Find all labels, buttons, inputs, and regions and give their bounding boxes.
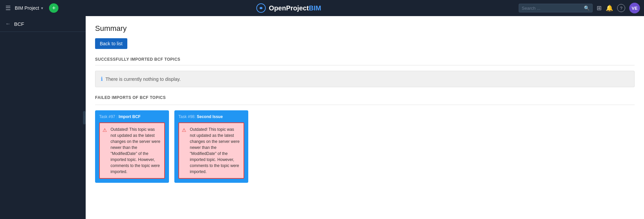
card-task-prefix: Task #97 — [99, 114, 115, 119]
cards-row: Task #97 : Import BCF ⚠ Outdated! This t… — [95, 110, 635, 183]
search-box[interactable]: 🔍 — [519, 4, 593, 12]
bell-icon[interactable]: 🔔 — [606, 4, 613, 12]
grid-icon[interactable]: ⊞ — [597, 4, 602, 12]
back-to-list-button[interactable]: Back to list — [95, 38, 127, 49]
bcf-card: Task #97 : Import BCF ⚠ Outdated! This t… — [95, 110, 169, 183]
logo-text: OpenProjectBIM — [269, 4, 321, 12]
empty-notice-text: There is currently nothing to display. — [105, 76, 181, 82]
sidebar-header: ← BCF — [0, 16, 86, 32]
logo-icon — [256, 3, 266, 13]
search-input[interactable] — [522, 6, 584, 11]
sidebar-resize-handle[interactable]: ⋮ — [83, 111, 86, 124]
project-chevron-icon: ▼ — [40, 6, 44, 10]
card-header: Task #97 : Import BCF — [99, 114, 165, 119]
card-separator: : — [195, 114, 197, 119]
card-header: Task #98: Second Issue — [178, 114, 244, 119]
navbar-center: OpenProjectBIM — [58, 3, 519, 13]
error-icon: ⚠ — [182, 126, 186, 134]
hamburger-icon[interactable]: ☰ — [4, 3, 12, 13]
card-task-title[interactable]: Second Issue — [197, 114, 223, 119]
sidebar-title: BCF — [14, 21, 24, 27]
failed-section-label: FAILED IMPORTS OF BCF TOPICS — [95, 95, 635, 100]
project-selector[interactable]: BIM Project ▼ — [15, 5, 44, 11]
failed-divider — [95, 105, 635, 105]
card-task-prefix: Task #98 — [178, 114, 195, 119]
card-error-box: ⚠ Outdated! This topic was not updated a… — [178, 122, 244, 179]
success-divider — [95, 65, 635, 65]
resize-dots-icon: ⋮ — [83, 116, 86, 119]
logo: OpenProjectBIM — [256, 3, 321, 13]
error-icon: ⚠ — [102, 126, 107, 134]
info-icon: ℹ — [101, 76, 103, 82]
navbar-left: ☰ BIM Project ▼ + — [4, 3, 58, 13]
success-section-label: SUCCESSFULLY IMPORTED BCF TOPICS — [95, 57, 635, 62]
project-name: BIM Project — [15, 5, 39, 11]
sidebar-back-icon[interactable]: ← — [5, 21, 11, 27]
logo-open: OpenProject — [269, 4, 309, 12]
card-task-title[interactable]: Import BCF — [119, 114, 140, 119]
navbar: ☰ BIM Project ▼ + OpenProjectBIM 🔍 ⊞ 🔔 ?… — [0, 0, 644, 16]
search-icon: 🔍 — [584, 5, 590, 11]
help-icon[interactable]: ? — [617, 4, 625, 12]
add-button[interactable]: + — [49, 3, 58, 13]
logo-bim: BIM — [309, 4, 321, 12]
bcf-card: Task #98: Second Issue ⚠ Outdated! This … — [174, 110, 248, 183]
card-error-text: Outdated! This topic was not updated as … — [190, 127, 240, 174]
page-title: Summary — [95, 24, 635, 33]
navbar-right: 🔍 ⊞ 🔔 ? VE — [519, 3, 640, 13]
main-content: Summary Back to list SUCCESSFULLY IMPORT… — [86, 16, 644, 219]
card-separator: : — [115, 114, 119, 119]
card-error-text: Outdated! This topic was not updated as … — [111, 127, 160, 174]
empty-notice: ℹ There is currently nothing to display. — [95, 71, 635, 87]
avatar[interactable]: VE — [629, 3, 640, 13]
sidebar: ← BCF ⋮ — [0, 16, 86, 219]
card-error-box: ⚠ Outdated! This topic was not updated a… — [99, 122, 165, 179]
